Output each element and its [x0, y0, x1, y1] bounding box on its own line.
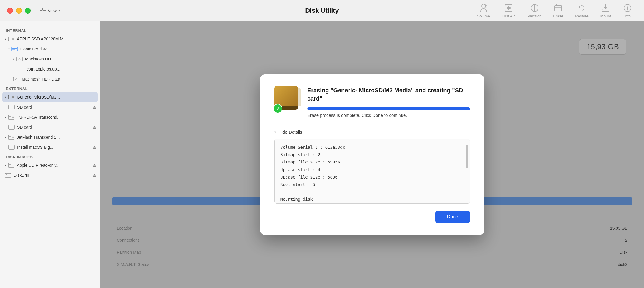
view-label: View	[48, 8, 57, 13]
drive-icon	[5, 172, 11, 179]
window-controls	[7, 8, 31, 14]
svg-rect-16	[602, 9, 609, 12]
chevron-icon: ▾	[5, 136, 6, 139]
sidebar-item-label: SD card	[17, 105, 32, 109]
sidebar-item-label: com.apple.os.up...	[27, 67, 60, 71]
sidebar-item-ts-rdf5a[interactable]: ▾ TS-RDF5A Transcend...	[0, 112, 100, 122]
sidebar-item-apple-ssd[interactable]: ▾ APPLE SSD AP0128M M...	[0, 34, 100, 44]
view-chevron-icon: ▾	[58, 9, 60, 12]
svg-rect-31	[9, 96, 11, 96]
main-layout: Internal ▾ APPLE SSD AP0128M M... ▾ Cont…	[0, 21, 644, 288]
erase-label: Erase	[553, 14, 563, 18]
toolbar-restore[interactable]: Restore	[575, 3, 589, 18]
svg-rect-1	[43, 8, 46, 10]
toolbar: Volume First Aid Partition	[477, 0, 644, 21]
eject-icon[interactable]: ⏏	[93, 163, 96, 168]
eject-icon[interactable]: ⏏	[93, 173, 96, 178]
svg-point-19	[627, 6, 628, 6]
sidebar-item-diskdrill[interactable]: DiskDrill ⏏	[0, 170, 100, 180]
modal-overlay: ✓ Erasing "Generic- MicroSD/M2 Media" an…	[100, 21, 644, 288]
detail-line-0: Volume Serial # : 613a53dc	[280, 144, 464, 151]
modal-disk-icon: ✓	[274, 86, 300, 112]
mount-icon	[601, 3, 610, 13]
svg-rect-24	[12, 47, 18, 51]
sidebar-item-label: Macintosh HD - Data	[22, 77, 60, 81]
sidebar-item-com-apple[interactable]: com.apple.os.up...	[0, 64, 100, 74]
volume-icon	[8, 104, 15, 110]
volume-label: Volume	[477, 14, 490, 18]
sidebar: Internal ▾ APPLE SSD AP0128M M... ▾ Cont…	[0, 21, 100, 288]
info-icon	[623, 3, 632, 13]
svg-rect-22	[9, 38, 11, 38]
section-internal: Internal	[0, 26, 100, 34]
volume-icon	[13, 76, 19, 82]
sidebar-item-install-macos[interactable]: Install macOS Big... ⏏	[0, 142, 100, 152]
mount-label: Mount	[600, 14, 611, 18]
svg-rect-34	[8, 115, 14, 119]
drive-icon	[8, 134, 14, 140]
detail-line-5: Root start : 5	[280, 181, 464, 188]
content-area: 15,93 GB Location 15,93 GB Connections 2…	[100, 21, 644, 288]
eject-icon[interactable]: ⏏	[93, 105, 96, 109]
toolbar-erase[interactable]: Erase	[553, 3, 563, 18]
section-external: External	[0, 84, 100, 92]
minimize-button[interactable]	[16, 8, 22, 14]
sidebar-item-label: Macintosh HD	[25, 57, 51, 61]
svg-rect-44	[5, 173, 11, 177]
eject-icon[interactable]: ⏏	[93, 145, 96, 150]
svg-rect-43	[9, 164, 11, 165]
view-button[interactable]: View ▾	[40, 8, 60, 13]
svg-rect-33	[9, 105, 14, 109]
sidebar-item-generic-microsd[interactable]: ▾ Generic- MicroSD/M2...	[2, 92, 98, 102]
detail-line-blank-2	[280, 203, 464, 204]
drive-icon	[8, 114, 14, 120]
modal-progress-bar	[307, 107, 470, 110]
eject-icon[interactable]: ⏏	[93, 125, 96, 130]
modal-status: Erase process is complete. Click Done to…	[307, 113, 470, 118]
view-icon	[40, 8, 46, 13]
maximize-button[interactable]	[25, 8, 31, 14]
drive-icon	[8, 94, 14, 100]
sidebar-item-label: Generic- MicroSD/M2...	[17, 95, 60, 99]
svg-rect-45	[6, 174, 7, 175]
titlebar: View ▾ Disk Utility Volume First Aid	[0, 0, 644, 21]
svg-rect-28	[18, 67, 24, 71]
restore-icon	[577, 3, 586, 13]
volume-icon	[16, 56, 23, 62]
done-button[interactable]: Done	[435, 211, 470, 223]
partition-icon	[530, 3, 539, 13]
sidebar-item-jetflash[interactable]: ▾ JetFlash Transcend 1...	[0, 132, 100, 142]
info-label: Info	[624, 14, 631, 18]
chevron-icon: ▾	[5, 164, 6, 167]
detail-line-blank-1	[280, 188, 464, 196]
modal-footer: Done	[274, 211, 470, 223]
detail-line-3: Upcase start : 4	[280, 166, 464, 174]
toolbar-mount[interactable]: Mount	[600, 3, 611, 18]
hide-details-toggle[interactable]: ▾ Hide Details	[274, 130, 470, 135]
sidebar-item-container-disk1[interactable]: ▾ Container disk1	[0, 44, 100, 54]
close-button[interactable]	[7, 8, 13, 14]
svg-point-32	[12, 96, 14, 98]
chevron-icon: ▾	[8, 48, 10, 51]
svg-rect-35	[9, 116, 11, 117]
sidebar-item-macintosh-hd[interactable]: ▾ Macintosh HD	[0, 54, 100, 64]
app-title: Disk Utility	[305, 7, 339, 14]
svg-point-23	[12, 38, 14, 40]
toolbar-info[interactable]: Info	[623, 3, 632, 18]
volume-icon	[8, 144, 15, 150]
toolbar-first-aid[interactable]: First Aid	[502, 3, 516, 18]
toolbar-partition[interactable]: Partition	[528, 3, 542, 18]
sidebar-item-sd-card-1[interactable]: SD card ⏏	[0, 102, 100, 112]
sidebar-item-label: APPLE SSD AP0128M M...	[17, 37, 67, 41]
details-scrollbar[interactable]	[466, 145, 468, 168]
sidebar-item-sd-card-2[interactable]: SD card ⏏	[0, 122, 100, 132]
toolbar-volume[interactable]: Volume	[477, 3, 490, 18]
svg-rect-26	[12, 49, 15, 50]
sidebar-item-label: Apple UDIF read-only...	[17, 163, 60, 168]
volume-icon	[8, 124, 15, 130]
container-icon	[12, 46, 18, 52]
sidebar-item-macintosh-hd-data[interactable]: Macintosh HD - Data	[0, 74, 100, 84]
details-box[interactable]: Volume Serial # : 613a53dc Bitmap start …	[274, 139, 470, 204]
sidebar-item-apple-udif[interactable]: ▾ Apple UDIF read-only... ⏏	[0, 160, 100, 170]
detail-line-4: Upcase file size : 5836	[280, 174, 464, 181]
